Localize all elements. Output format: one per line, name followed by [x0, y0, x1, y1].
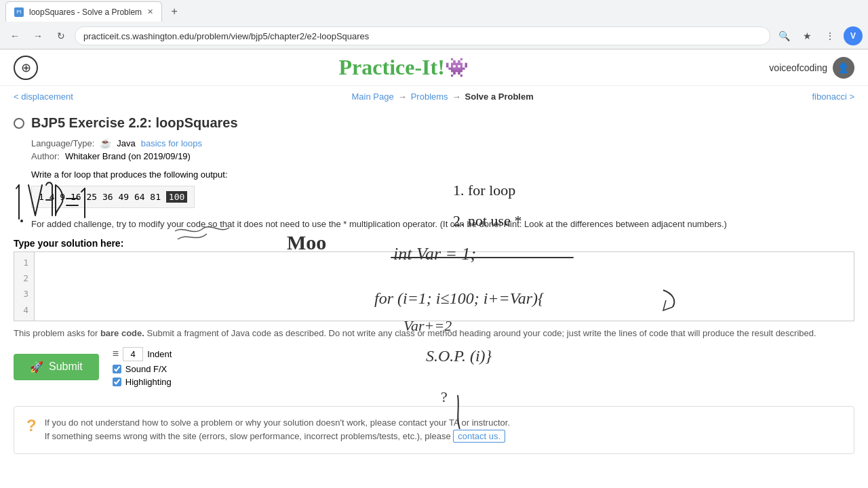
sound-fx-label: Sound F/X — [125, 364, 167, 374]
user-icon[interactable]: 👤 — [833, 57, 854, 79]
main-content: BJP5 Exercise 2.2: loopSquares Language/… — [0, 110, 868, 399]
page-content: ⊕ Practice-It! 👾 voiceofcoding 👤 < displ… — [0, 49, 868, 488]
indent-row: ≡ 4 Indent — [113, 347, 172, 361]
logo-text: Practice-It! — [339, 55, 445, 80]
bare-code-note: This problem asks for bare code. Submit … — [14, 327, 854, 340]
settings-icon[interactable]: ⋮ — [821, 26, 840, 45]
back-button[interactable]: ← — [5, 26, 24, 45]
zoom-icon: ⊕ — [21, 60, 31, 75]
question-icon: ? — [26, 416, 37, 435]
new-tab-button[interactable]: + — [165, 2, 184, 21]
user-info: voiceofcoding 👤 — [769, 57, 854, 79]
breadcrumb-current: Solve a Problem — [465, 92, 534, 102]
logo-monster: 👾 — [445, 56, 469, 79]
tab-close-button[interactable]: ✕ — [147, 7, 153, 16]
footer-line1: If you do not understand how to solve a … — [45, 416, 842, 430]
code-area[interactable] — [35, 252, 854, 321]
author-row: Author: Whitaker Brand (on 2019/09/19) — [31, 151, 854, 161]
tab-bar: PI loopSquares - Solve a Problem ✕ + — [0, 0, 868, 23]
prev-problem-link[interactable]: < displacement — [14, 92, 73, 102]
bare-code-bold: bare code. — [100, 328, 144, 338]
next-problem-link[interactable]: fibonacci > — [812, 92, 854, 102]
bookmark-icon[interactable]: ★ — [797, 26, 816, 45]
solution-area: Type your solution here: 1 2 3 4 — [14, 238, 854, 322]
problem-meta: Language/Type: ☕ Java basics for loops A… — [31, 138, 854, 161]
footer-line2-pre: If something seems wrong with the site (… — [45, 431, 451, 441]
address-input[interactable] — [75, 26, 770, 45]
highlighting-label: Highlighting — [125, 377, 172, 387]
line-4: 4 — [20, 302, 28, 318]
author-label: Author: — [31, 151, 60, 161]
breadcrumb-main[interactable]: Main Page — [352, 92, 394, 102]
breadcrumb: Main Page → Problems → Solve a Problem — [338, 86, 547, 107]
indent-label: Indent — [147, 349, 172, 359]
line-3: 3 — [20, 286, 28, 302]
editor-lines: 1 2 3 4 — [14, 252, 854, 321]
browser-chrome: PI loopSquares - Solve a Problem ✕ + ← →… — [0, 0, 868, 49]
address-bar: ← → ↻ 🔍 ★ ⋮ V — [0, 23, 868, 49]
tab-title: loopSquares - Solve a Problem — [29, 7, 142, 17]
refresh-button[interactable]: ↻ — [52, 26, 71, 45]
footer-line2: If something seems wrong with the site (… — [45, 430, 842, 444]
language-row: Language/Type: ☕ Java basics for loops — [31, 138, 854, 148]
tab-favicon: PI — [14, 7, 24, 17]
line-2: 2 — [20, 270, 28, 286]
breadcrumb-sep2: → — [452, 92, 461, 102]
site-logo: Practice-It! 👾 — [339, 55, 469, 80]
highlighting-row: Highlighting — [113, 377, 172, 387]
description-text: Write a for loop that produces the follo… — [31, 168, 854, 182]
output-text: 1 4 9 16 25 36 49 64 81 — [39, 192, 161, 202]
submit-area: 🚀 Submit ≡ 4 Indent Sound F/X Highlighti… — [14, 347, 854, 387]
header-left: ⊕ — [14, 56, 38, 80]
settings-panel: ≡ 4 Indent Sound F/X Highlighting — [113, 347, 172, 387]
submit-label: Submit — [49, 361, 83, 373]
submit-button[interactable]: 🚀 Submit — [14, 354, 99, 380]
zoom-button[interactable]: ⊕ — [14, 56, 38, 80]
author-text: Whitaker Brand (on 2019/09/19) — [65, 151, 191, 161]
footer-note: ? If you do not understand how to solve … — [14, 406, 854, 455]
line-numbers: 1 2 3 4 — [14, 252, 35, 321]
contact-link[interactable]: contact us. — [453, 430, 505, 443]
breadcrumb-nav: < displacement Main Page → Problems → So… — [0, 86, 868, 110]
solution-label: Type your solution here: — [14, 238, 854, 249]
submit-icon: 🚀 — [30, 361, 43, 373]
forward-button[interactable]: → — [28, 26, 47, 45]
active-tab[interactable]: PI loopSquares - Solve a Problem ✕ — [5, 1, 162, 22]
username: voiceofcoding — [769, 62, 827, 73]
language-link[interactable]: basics for loops — [141, 138, 202, 148]
problem-title-row: BJP5 Exercise 2.2: loopSquares — [14, 115, 854, 131]
language-text: Java — [117, 138, 135, 148]
java-icon: ☕ — [100, 138, 111, 148]
site-header: ⊕ Practice-It! 👾 voiceofcoding 👤 — [0, 49, 868, 86]
footer-text: If you do not understand how to solve a … — [45, 416, 842, 445]
sound-fx-row: Sound F/X — [113, 364, 172, 374]
output-box: 1 4 9 16 25 36 49 64 81 100 — [31, 186, 195, 209]
breadcrumb-problems[interactable]: Problems — [411, 92, 448, 102]
user-avatar[interactable]: V — [844, 26, 863, 45]
challenge-text: For added challenge, try to modify your … — [31, 218, 854, 231]
highlighting-checkbox[interactable] — [113, 378, 121, 386]
indent-value: 4 — [123, 347, 143, 361]
breadcrumb-sep1: → — [398, 92, 407, 102]
language-label: Language/Type: — [31, 138, 94, 148]
problem-title: BJP5 Exercise 2.2: loopSquares — [31, 115, 238, 131]
browser-actions: 🔍 ★ ⋮ V — [774, 26, 863, 45]
search-icon[interactable]: 🔍 — [774, 26, 793, 45]
output-highlight: 100 — [166, 191, 187, 203]
problem-radio[interactable] — [14, 118, 24, 129]
line-1: 1 — [20, 255, 28, 270]
sound-fx-checkbox[interactable] — [113, 365, 121, 373]
code-editor: 1 2 3 4 — [14, 251, 854, 322]
problem-description: Write a for loop that produces the follo… — [31, 168, 854, 212]
indent-icon: ≡ — [113, 348, 119, 360]
header-right: voiceofcoding 👤 — [769, 57, 854, 79]
